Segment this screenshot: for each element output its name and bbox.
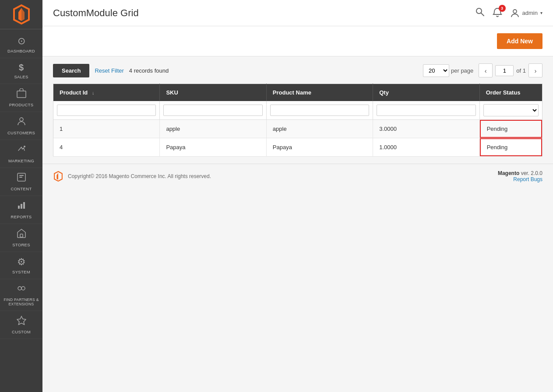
pagination-controls: ‹ of 1 › — [479, 63, 542, 77]
sidebar-item-label: SALES — [14, 74, 28, 79]
svg-line-17 — [481, 13, 484, 16]
cell-order-status: Pending — [479, 120, 542, 138]
svg-point-4 — [20, 118, 23, 121]
sidebar-item-system[interactable]: ⚙ SYSTEM — [0, 252, 42, 279]
svg-marker-20 — [56, 173, 58, 180]
svg-rect-11 — [23, 202, 25, 209]
filter-order-status[interactable]: Pending Complete — [483, 104, 539, 116]
grid-container: Search Reset Filter 4 records found 20 5… — [42, 56, 553, 164]
sidebar-item-marketing[interactable]: MARKETING — [0, 140, 42, 168]
data-table: Product Id ↓ SKU Product Name Qty — [53, 84, 542, 157]
table-row[interactable]: 1 apple apple 3.0000 Pending — [53, 120, 542, 138]
dashboard-icon: ⊙ — [18, 35, 25, 47]
content-icon — [17, 172, 26, 185]
sidebar-item-reports[interactable]: REPORTS — [0, 196, 42, 224]
svg-marker-15 — [17, 316, 26, 325]
cell-qty: 1.0000 — [373, 138, 479, 157]
header-right: 3 admin ▾ — [475, 7, 542, 19]
table-body: 1 apple apple 3.0000 Pending 4 Papaya Pa… — [53, 120, 542, 157]
sales-icon: $ — [19, 63, 24, 73]
footer-right: Magento ver. 2.0.0 Report Bugs — [498, 170, 542, 182]
cell-sku: Papaya — [160, 138, 266, 157]
cell-qty: 3.0000 — [373, 120, 479, 138]
svg-point-13 — [18, 287, 21, 290]
footer-copyright: Copyright© 2016 Magento Commerce Inc. Al… — [68, 173, 211, 179]
page-content: Add New Search Reset Filter 4 records fo… — [42, 26, 553, 392]
sidebar-item-stores[interactable]: STORES — [0, 224, 42, 252]
sidebar-item-label: SYSTEM — [12, 270, 30, 274]
sidebar-item-customers[interactable]: CUSTOMERS — [0, 112, 42, 140]
per-page-label: per page — [451, 67, 473, 74]
admin-dropdown-icon: ▾ — [540, 10, 542, 15]
sidebar-logo — [0, 0, 42, 29]
col-header-sku[interactable]: SKU — [160, 84, 266, 102]
col-header-qty[interactable]: Qty — [373, 84, 479, 102]
per-page-control: 20 50 100 per page — [423, 64, 473, 77]
search-toolbar: Search Reset Filter 4 records found 20 5… — [53, 63, 542, 77]
sidebar: ⊙ DASHBOARD $ SALES PRODUCTS CUSTOMERS M… — [0, 0, 42, 392]
sidebar-item-find-partners[interactable]: FIND PARTNERS & EXTENSIONS — [0, 279, 42, 311]
page-number-input[interactable] — [495, 65, 514, 76]
top-header: CustomModule Grid 3 admin ▾ — [42, 0, 553, 26]
svg-point-18 — [513, 10, 517, 13]
svg-rect-9 — [18, 206, 20, 209]
page-footer: Copyright© 2016 Magento Commerce Inc. Al… — [42, 164, 553, 189]
filter-product-name[interactable] — [270, 105, 369, 116]
sidebar-item-label: DASHBOARD — [7, 49, 35, 53]
svg-marker-1 — [18, 8, 21, 21]
col-header-product-id[interactable]: Product Id ↓ — [53, 84, 160, 102]
marketing-icon — [17, 144, 26, 157]
reset-filter-button[interactable]: Reset Filter — [95, 67, 123, 74]
svg-point-5 — [24, 146, 25, 147]
sidebar-item-label: REPORTS — [11, 214, 32, 219]
magento-name: Magento — [498, 170, 519, 176]
magento-version: ver. 2.0.0 — [521, 170, 542, 176]
cell-product-id: 4 — [53, 138, 160, 157]
report-bugs-link[interactable]: Report Bugs — [498, 176, 542, 182]
sidebar-item-custom[interactable]: CUSTOM — [0, 311, 42, 339]
sidebar-item-sales[interactable]: $ SALES — [0, 58, 42, 84]
prev-page-button[interactable]: ‹ — [479, 63, 493, 77]
add-new-button[interactable]: Add New — [497, 33, 542, 49]
customers-icon — [17, 116, 26, 129]
sort-icon: ↓ — [92, 90, 95, 95]
cell-product-id: 1 — [53, 120, 160, 138]
per-page-select[interactable]: 20 50 100 — [423, 64, 449, 77]
search-button[interactable]: Search — [53, 64, 89, 77]
col-header-product-name[interactable]: Product Name — [266, 84, 373, 102]
admin-username: admin — [522, 10, 538, 16]
sidebar-item-label: FIND PARTNERS & EXTENSIONS — [2, 298, 41, 306]
cell-sku: apple — [160, 120, 266, 138]
footer-magento-logo — [53, 171, 63, 182]
svg-rect-7 — [19, 175, 24, 176]
admin-user-menu[interactable]: admin ▾ — [510, 8, 542, 18]
svg-rect-10 — [21, 204, 22, 209]
sidebar-item-label: CONTENT — [11, 186, 32, 191]
products-icon — [17, 88, 26, 101]
sidebar-item-dashboard[interactable]: ⊙ DASHBOARD — [0, 31, 42, 58]
filter-product-id[interactable] — [57, 105, 156, 116]
filter-sku[interactable] — [163, 105, 262, 116]
table-row[interactable]: 4 Papaya Papaya 1.0000 Pending — [53, 138, 542, 157]
find-partners-icon — [17, 284, 26, 296]
records-found: 4 records found — [129, 67, 418, 74]
svg-rect-8 — [19, 177, 22, 178]
sidebar-item-products[interactable]: PRODUCTS — [0, 84, 42, 112]
filter-qty[interactable] — [377, 105, 476, 116]
svg-marker-2 — [21, 8, 25, 21]
next-page-button[interactable]: › — [528, 63, 542, 77]
custom-icon — [17, 315, 26, 328]
col-header-order-status[interactable]: Order Status — [479, 84, 542, 102]
svg-rect-3 — [17, 91, 26, 98]
cell-order-status: Pending — [479, 138, 542, 157]
toolbar-bar: Add New — [42, 26, 553, 56]
page-title: CustomModule Grid — [53, 7, 139, 19]
system-icon: ⚙ — [17, 256, 26, 268]
reports-icon — [17, 200, 26, 213]
sidebar-item-label: CUSTOM — [12, 329, 31, 334]
notification-bell[interactable]: 3 — [493, 7, 502, 18]
svg-point-14 — [21, 287, 25, 290]
main-content: CustomModule Grid 3 admin ▾ Add New — [42, 0, 553, 392]
search-icon[interactable] — [475, 7, 485, 19]
sidebar-item-content[interactable]: CONTENT — [0, 168, 42, 196]
